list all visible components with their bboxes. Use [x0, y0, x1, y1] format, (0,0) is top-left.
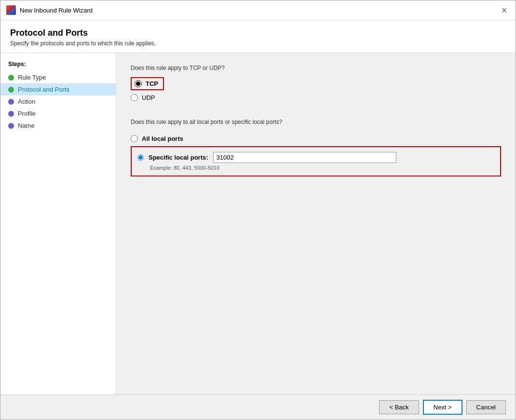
- tcp-radio-item[interactable]: TCP: [131, 77, 501, 90]
- steps-label: Steps:: [0, 61, 116, 71]
- specific-ports-label[interactable]: Specific local ports:: [149, 154, 208, 161]
- footer: < Back Next > Cancel: [0, 394, 516, 420]
- window-title: New Inbound Rule Wizard: [20, 7, 93, 14]
- sidebar-item-rule-type[interactable]: Rule Type: [0, 71, 116, 83]
- udp-label[interactable]: UDP: [142, 94, 155, 101]
- close-button[interactable]: ✕: [498, 4, 510, 16]
- sidebar-item-name[interactable]: Name: [0, 120, 116, 132]
- page-subtitle: Specify the protocols and ports to which…: [10, 40, 506, 47]
- content-area: Steps: Rule Type Protocol and Ports Acti…: [0, 53, 516, 394]
- step-label-profile: Profile: [18, 110, 36, 117]
- all-ports-label[interactable]: All local ports: [142, 135, 183, 142]
- sidebar-item-action[interactable]: Action: [0, 95, 116, 108]
- specific-ports-box: Specific local ports: Example: 80, 443, …: [131, 146, 501, 176]
- back-button[interactable]: < Back: [379, 400, 419, 414]
- title-bar: New Inbound Rule Wizard ✕: [0, 0, 516, 20]
- step-dot-name: [8, 123, 14, 129]
- udp-radio-item[interactable]: UDP: [131, 94, 501, 101]
- step-dot-rule-type: [8, 75, 14, 81]
- step-label-action: Action: [18, 98, 35, 105]
- header-section: Protocol and Ports Specify the protocols…: [0, 20, 516, 53]
- port-example-text: Example: 80, 443, 5000-5010: [150, 165, 494, 171]
- protocol-question: Does this rule apply to TCP or UDP?: [131, 65, 501, 71]
- wizard-window: New Inbound Rule Wizard ✕ Protocol and P…: [0, 0, 516, 420]
- page-title: Protocol and Ports: [10, 28, 506, 38]
- specific-ports-radio[interactable]: [137, 154, 144, 161]
- sidebar: Steps: Rule Type Protocol and Ports Acti…: [0, 53, 116, 394]
- all-ports-radio-item[interactable]: All local ports: [131, 135, 501, 142]
- ports-radio-group: All local ports Specific local ports: Ex…: [131, 135, 501, 176]
- next-button[interactable]: Next >: [423, 400, 462, 415]
- sidebar-item-protocol-ports[interactable]: Protocol and Ports: [0, 83, 116, 95]
- specific-ports-row: Specific local ports:: [137, 152, 494, 163]
- tcp-label[interactable]: TCP: [146, 80, 158, 87]
- ports-question: Does this rule apply to all local ports …: [131, 119, 501, 125]
- step-label-rule-type: Rule Type: [18, 74, 46, 81]
- step-label-protocol-ports: Protocol and Ports: [18, 86, 69, 93]
- sidebar-item-profile[interactable]: Profile: [0, 108, 116, 120]
- cancel-button[interactable]: Cancel: [466, 400, 506, 414]
- step-dot-profile: [8, 111, 14, 117]
- step-dot-protocol-ports: [8, 87, 14, 93]
- main-panel: Does this rule apply to TCP or UDP? TCP …: [116, 53, 516, 394]
- tcp-radio-wrapper: TCP: [131, 77, 164, 90]
- protocol-radio-group: TCP UDP: [131, 77, 501, 101]
- step-dot-action: [8, 99, 14, 105]
- tcp-radio[interactable]: [135, 80, 142, 87]
- udp-radio[interactable]: [131, 94, 138, 101]
- title-bar-left: New Inbound Rule Wizard: [6, 5, 93, 15]
- step-label-name: Name: [18, 122, 35, 129]
- all-ports-radio[interactable]: [131, 135, 138, 142]
- port-input[interactable]: [213, 152, 396, 163]
- app-icon: [6, 5, 16, 15]
